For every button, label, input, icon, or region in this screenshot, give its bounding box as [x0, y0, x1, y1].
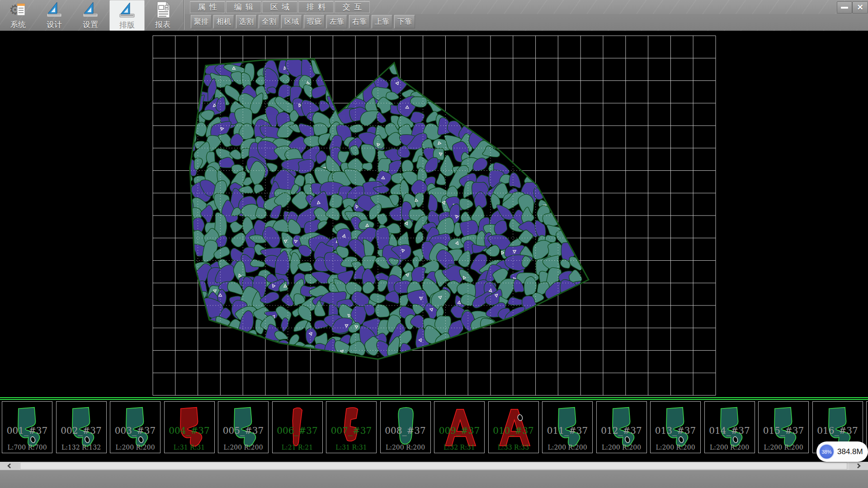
main-button-settings[interactable]: 设置 — [73, 0, 108, 30]
minimize-icon — [841, 7, 848, 9]
piece-name: 012_#37 — [597, 425, 646, 436]
main-button-label: 设置 — [83, 20, 98, 30]
main-button-system[interactable]: ⚙系统 — [1, 0, 35, 30]
thumbnail-014-37[interactable]: 014_#37L:200 R:200 — [704, 401, 755, 453]
menu-tab-region[interactable]: 区域 — [262, 1, 297, 13]
close-button[interactable]: ✕ — [852, 1, 868, 14]
set-square-icon — [117, 1, 137, 19]
chevron-right-icon — [856, 463, 861, 469]
tool-button-select-cut[interactable]: 选割 — [236, 15, 257, 28]
memory-progress-pill[interactable]: 38% 384.8M — [816, 441, 868, 462]
piece-lr-count: L:200 R:200 — [759, 444, 808, 451]
gear-doc-icon: ⚙ — [8, 1, 28, 19]
piece-name: 007_#37 — [326, 425, 376, 436]
thumbnail-008-37[interactable]: 008_#37L:200 R:200 — [380, 401, 431, 453]
report-doc-icon — [153, 1, 173, 19]
piece-name: 016_#37 — [813, 425, 863, 436]
thumbnail-015-37[interactable]: 015_#37L:200 R:200 — [758, 401, 809, 453]
progress-percent: 38% — [821, 449, 831, 455]
tool-button-align-bottom[interactable]: 下靠 — [394, 15, 415, 28]
set-square-icon — [80, 1, 100, 19]
piece-name: 005_#37 — [218, 425, 268, 436]
toolbar: ⚙系统设计设置排版报表 属性编辑区域排料交互 聚排相机选割全割区域瑕疵左靠右靠上… — [0, 0, 868, 31]
thumbnail-001-37[interactable]: 001_#37L:700 R:700 — [2, 401, 52, 453]
main-button-label: 设计 — [47, 20, 62, 30]
main-button-label: 系统 — [10, 20, 26, 30]
horizontal-scrollbar[interactable] — [0, 462, 868, 470]
piece-name: 013_#37 — [651, 425, 700, 436]
piece-thumbnail-strip: 001_#37L:700 R:700002_#37L:132 R:132003_… — [0, 401, 868, 453]
strip-separator-line — [0, 399, 868, 400]
report-doc-icon — [153, 1, 173, 19]
application-window: ⚙系统设计设置排版报表 属性编辑区域排料交互 聚排相机选割全割区域瑕疵左靠右靠上… — [0, 0, 868, 488]
piece-lr-count: L:200 R:200 — [381, 444, 430, 451]
scroll-left-button[interactable] — [0, 462, 19, 470]
main-button-design[interactable]: 设计 — [37, 0, 71, 30]
set-square-icon — [80, 1, 100, 19]
menu-tab-edit[interactable]: 编辑 — [226, 1, 261, 13]
piece-lr-count: L:132 R:132 — [57, 444, 106, 451]
minimize-button[interactable] — [837, 1, 852, 14]
tool-button-align-left[interactable]: 左靠 — [326, 15, 347, 28]
piece-lr-count: L:33 R:33 — [489, 444, 538, 451]
thumbnail-007-37[interactable]: 007_#37L:31 R:31 — [326, 401, 377, 453]
thumbnail-partial[interactable] — [866, 401, 868, 453]
piece-lr-count: L:200 R:200 — [542, 444, 592, 451]
thumbnail-005-37[interactable]: 005_#37L:200 R:200 — [218, 401, 269, 453]
piece-name: 011_#37 — [542, 425, 592, 436]
chevron-left-icon — [7, 463, 12, 469]
thumbnail-010-37[interactable]: 010_#37L:33 R:33 — [488, 401, 539, 453]
tool-button-camera[interactable]: 相机 — [213, 15, 234, 28]
piece-name: 002_#37 — [57, 425, 106, 436]
piece-lr-count: L:31 R:31 — [165, 444, 214, 451]
progress-circle: 38% — [819, 444, 835, 460]
scroll-right-button[interactable] — [849, 462, 868, 470]
piece-lr-count: L:200 R:200 — [651, 444, 700, 451]
piece-lr-count: L:21 R:21 — [273, 444, 322, 451]
thumbnail-009-37[interactable]: 009_#37L:32 R:31 — [434, 401, 485, 453]
main-button-report[interactable]: 报表 — [146, 0, 180, 30]
piece-name: 014_#37 — [705, 425, 755, 436]
tool-button-zone[interactable]: 区域 — [281, 15, 302, 28]
piece-lr-count: L:200 R:200 — [110, 444, 160, 451]
piece-name: 003_#37 — [110, 425, 160, 436]
main-button-layout[interactable]: 排版 — [109, 0, 145, 31]
set-square-icon — [117, 1, 137, 19]
piece-lr-count: L:200 R:200 — [705, 444, 755, 451]
tool-button-defect[interactable]: 瑕疵 — [304, 15, 325, 28]
piece-name: 010_#37 — [489, 425, 538, 436]
tool-button-cluster-nest[interactable]: 聚排 — [191, 15, 212, 28]
tool-button-cut-all[interactable]: 全割 — [259, 15, 279, 28]
menu-tab-interact[interactable]: 交互 — [335, 1, 370, 13]
thumbnail-003-37[interactable]: 003_#37L:200 R:200 — [110, 401, 160, 453]
memory-usage: 384.8M — [837, 441, 863, 462]
piece-name: 001_#37 — [2, 425, 52, 436]
piece-lr-count: L:700 R:700 — [2, 444, 52, 451]
strip-separator-line — [0, 397, 868, 398]
menu-tab-nesting[interactable]: 排料 — [298, 1, 334, 13]
piece-lr-count: L:200 R:200 — [597, 444, 646, 451]
thumbnail-006-37[interactable]: 006_#37L:21 R:21 — [272, 401, 323, 453]
tool-button-align-right[interactable]: 右靠 — [349, 15, 370, 28]
set-square-icon — [44, 1, 64, 19]
main-button-label: 排版 — [119, 20, 135, 30]
thumbnail-002-37[interactable]: 002_#37L:132 R:132 — [56, 401, 107, 453]
status-bar — [0, 470, 868, 488]
main-button-label: 报表 — [155, 20, 170, 30]
piece-name: 009_#37 — [434, 425, 484, 436]
thumbnail-004-37[interactable]: 004_#37L:31 R:31 — [164, 401, 215, 453]
set-square-icon — [44, 1, 64, 19]
thumbnail-011-37[interactable]: 011_#37L:200 R:200 — [542, 401, 593, 453]
toolbar-divider — [184, 0, 184, 30]
piece-lr-count: L:32 R:31 — [434, 444, 484, 451]
close-icon: ✕ — [857, 3, 863, 12]
thumbnail-013-37[interactable]: 013_#37L:200 R:200 — [650, 401, 701, 453]
piece-name: 008_#37 — [381, 425, 430, 436]
menu-tab-properties[interactable]: 属性 — [190, 1, 225, 13]
thumbnail-012-37[interactable]: 012_#37L:200 R:200 — [596, 401, 647, 453]
tool-button-align-top[interactable]: 上靠 — [372, 15, 392, 28]
piece-name: 006_#37 — [273, 425, 322, 436]
scrollbar-thumb[interactable] — [20, 462, 847, 469]
piece-lr-count: L:31 R:31 — [326, 444, 376, 451]
piece-name: 004_#37 — [165, 425, 214, 436]
